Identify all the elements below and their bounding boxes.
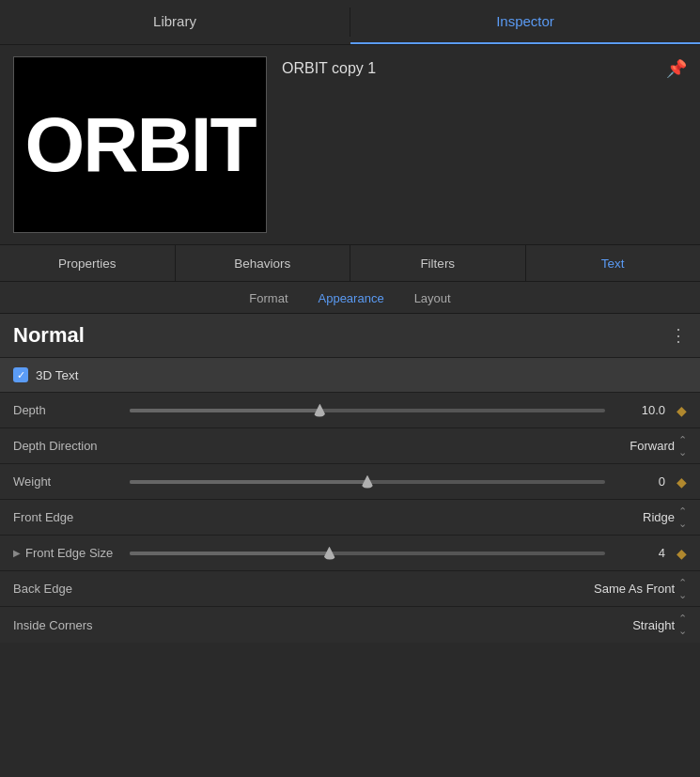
- depth-direction-value: Forward: [630, 439, 675, 453]
- style-dropdown-row[interactable]: Normal ⋮: [0, 314, 700, 358]
- weight-slider[interactable]: [130, 480, 605, 484]
- format-tab-bar: Format Appearance Layout: [0, 282, 700, 314]
- inside-corners-label: Inside Corners: [13, 618, 117, 632]
- tab-text[interactable]: Text: [526, 245, 701, 281]
- inside-corners-arrows: ⌃⌄: [678, 613, 687, 637]
- sub-tab-bar: Properties Behaviors Filters Text: [0, 244, 700, 282]
- 3d-text-label: 3D Text: [36, 368, 79, 382]
- tab-behaviors-label: Behaviors: [234, 256, 290, 271]
- depth-direction-label: Depth Direction: [13, 439, 117, 453]
- prop-row-front-edge: Front Edge Ridge ⌃⌄: [0, 500, 700, 536]
- preview-thumbnail: ORBIT: [13, 56, 267, 233]
- back-edge-label: Back Edge: [13, 582, 117, 596]
- prop-row-back-edge: Back Edge Same As Front ⌃⌄: [0, 571, 700, 607]
- tab-filters-label: Filters: [420, 256, 455, 271]
- top-tab-bar: Library Inspector: [0, 0, 700, 45]
- depth-direction-arrows: ⌃⌄: [678, 434, 687, 458]
- pin-icon[interactable]: 📌: [666, 58, 687, 79]
- property-rows: Depth 10.0 ◆ Depth Direction Forward ⌃⌄ …: [0, 393, 700, 643]
- prop-row-depth-direction: Depth Direction Forward ⌃⌄: [0, 428, 700, 464]
- front-edge-arrows: ⌃⌄: [678, 505, 687, 530]
- front-edge-size-value: 4: [618, 546, 665, 560]
- back-edge-arrows: ⌃⌄: [678, 577, 687, 601]
- depth-direction-dropdown[interactable]: Forward ⌃⌄: [630, 434, 687, 458]
- tab-format[interactable]: Format: [249, 291, 288, 305]
- tab-behaviors[interactable]: Behaviors: [176, 245, 351, 281]
- depth-slider[interactable]: [130, 409, 605, 412]
- weight-keyframe-icon[interactable]: ◆: [677, 474, 687, 490]
- prop-row-depth: Depth 10.0 ◆: [0, 393, 700, 428]
- tab-inspector[interactable]: Inspector: [350, 0, 700, 44]
- back-edge-dropdown[interactable]: Same As Front ⌃⌄: [594, 577, 687, 601]
- inside-corners-value: Straight: [632, 618, 675, 632]
- back-edge-value: Same As Front: [594, 582, 675, 596]
- tab-library-label: Library: [153, 13, 196, 29]
- front-edge-size-arrow-icon: ▶: [13, 548, 21, 558]
- tab-layout[interactable]: Layout: [414, 291, 451, 305]
- prop-row-front-edge-size: ▶ Front Edge Size 4 ◆: [0, 536, 700, 571]
- depth-value: 10.0: [618, 403, 665, 417]
- tab-library[interactable]: Library: [0, 0, 350, 44]
- checkbox-check-icon: ✓: [17, 370, 25, 381]
- front-edge-dropdown[interactable]: Ridge ⌃⌄: [643, 505, 687, 530]
- front-edge-size-label: ▶ Front Edge Size: [13, 546, 117, 560]
- orbit-display-text: ORBIT: [24, 101, 255, 189]
- tab-filters[interactable]: Filters: [350, 245, 526, 281]
- prop-row-inside-corners: Inside Corners Straight ⌃⌄: [0, 607, 700, 643]
- 3d-text-row: ✓ 3D Text: [0, 358, 700, 393]
- front-edge-label: Front Edge: [13, 510, 117, 524]
- style-stepper-icon[interactable]: ⋮: [670, 325, 687, 346]
- 3d-text-checkbox[interactable]: ✓: [13, 367, 28, 382]
- prop-row-weight: Weight 0 ◆: [0, 464, 700, 500]
- depth-label: Depth: [13, 403, 117, 417]
- weight-value: 0: [618, 474, 665, 489]
- style-label: Normal: [13, 323, 85, 348]
- tab-properties[interactable]: Properties: [0, 245, 176, 281]
- preview-info: ORBIT copy 1: [282, 56, 687, 77]
- tab-inspector-label: Inspector: [496, 13, 554, 29]
- front-edge-value: Ridge: [643, 510, 675, 524]
- preview-title: ORBIT copy 1: [282, 60, 687, 77]
- tab-text-label: Text: [601, 256, 625, 271]
- tab-properties-label: Properties: [58, 256, 117, 271]
- depth-keyframe-icon[interactable]: ◆: [677, 403, 687, 418]
- preview-area: ORBIT ORBIT copy 1 📌: [0, 45, 700, 244]
- inside-corners-dropdown[interactable]: Straight ⌃⌄: [632, 613, 687, 637]
- front-edge-size-slider[interactable]: [130, 552, 605, 555]
- tab-appearance[interactable]: Appearance: [319, 291, 384, 305]
- weight-label: Weight: [13, 474, 117, 489]
- front-edge-size-keyframe-icon[interactable]: ◆: [677, 546, 687, 561]
